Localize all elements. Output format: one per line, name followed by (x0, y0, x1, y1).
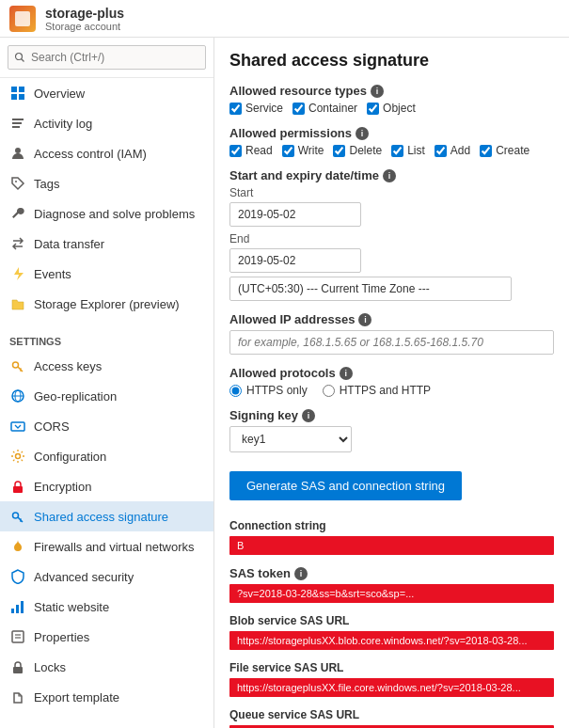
ip-section: Allowed IP addresses i (229, 312, 554, 355)
sidebar-item-cors-label: CORS (34, 419, 70, 434)
sidebar-item-static-website[interactable]: Static website (0, 592, 213, 622)
perm-read-checkbox[interactable] (229, 145, 242, 157)
resource-type-object-checkbox[interactable] (367, 103, 379, 115)
sidebar-item-shared-access-label: Shared access signature (34, 510, 168, 524)
sidebar-item-iam[interactable]: Access control (IAM) (0, 138, 213, 168)
sidebar-item-diagnose[interactable]: Diagnose and solve problems (0, 198, 213, 229)
sidebar-item-advanced-security[interactable]: Advanced security (0, 562, 213, 592)
svg-rect-17 (11, 609, 14, 613)
sidebar-item-export-template[interactable]: Export template (0, 682, 213, 712)
perm-write[interactable]: Write (282, 144, 324, 157)
protocols-info-icon[interactable]: i (340, 367, 353, 380)
blob-sas-url-value[interactable]: https://storageplusXX.blob.core.windows.… (229, 631, 554, 650)
perm-list-checkbox[interactable] (391, 145, 403, 157)
resource-types-info-icon[interactable]: i (371, 85, 384, 98)
perm-list-label: List (407, 144, 425, 157)
svg-rect-1 (19, 87, 24, 92)
sidebar-item-overview[interactable]: Overview (0, 78, 213, 108)
end-date-input[interactable] (229, 248, 361, 273)
queue-sas-url-label: Queue service SAS URL (229, 708, 554, 721)
sidebar-item-configuration-label: Configuration (34, 450, 106, 464)
ip-info-icon[interactable]: i (358, 313, 371, 326)
shield-icon (9, 568, 26, 585)
search-input[interactable] (8, 45, 206, 70)
blob-section-label: Blob service (0, 720, 213, 728)
signing-key-section: Signing key i key1 key2 (229, 408, 554, 452)
signing-key-select[interactable]: key1 key2 (229, 426, 352, 452)
resource-type-container-checkbox[interactable] (292, 103, 305, 115)
sidebar-item-locks[interactable]: Locks (0, 652, 213, 682)
svg-rect-13 (11, 422, 24, 431)
wrench-icon (9, 205, 26, 222)
svg-point-14 (16, 454, 21, 459)
protocol-https-http-label: HTTPS and HTTP (340, 384, 431, 397)
file-sas-url-value[interactable]: https://storageplusXX.file.core.windows.… (229, 678, 554, 697)
connection-string-value[interactable]: B (229, 536, 554, 555)
svg-point-9 (13, 362, 19, 368)
page-title: Shared access signature (229, 51, 554, 71)
person-icon (9, 145, 26, 162)
sidebar-item-geo-replication[interactable]: Geo-replication (0, 381, 213, 411)
svg-rect-5 (12, 122, 22, 124)
perm-delete-checkbox[interactable] (333, 145, 345, 157)
properties-icon (9, 628, 26, 645)
end-sublabel: End (229, 232, 554, 245)
timezone-input[interactable] (229, 277, 512, 301)
perm-add[interactable]: Add (435, 144, 470, 157)
app-subtitle: Storage account (45, 21, 124, 32)
perm-write-checkbox[interactable] (282, 145, 294, 157)
sidebar-item-data-transfer[interactable]: Data transfer (0, 229, 213, 259)
sidebar-item-advanced-security-label: Advanced security (34, 570, 134, 584)
resource-type-service-label: Service (245, 102, 283, 115)
perm-list[interactable]: List (391, 144, 425, 157)
sidebar-item-properties[interactable]: Properties (0, 622, 213, 652)
sidebar-item-static-website-label: Static website (34, 600, 109, 614)
sidebar: Overview Activity log Access control (IA… (0, 38, 214, 728)
datetime-label: Start and expiry date/time i (229, 168, 554, 182)
svg-point-16 (13, 513, 19, 518)
signing-key-info-icon[interactable]: i (302, 409, 315, 422)
ip-input[interactable] (229, 330, 554, 355)
connection-string-wrapper: B (229, 536, 554, 555)
protocol-https-http-radio[interactable] (323, 385, 335, 397)
generate-sas-button[interactable]: Generate SAS and connection string (229, 471, 462, 500)
sidebar-item-events-label: Events (34, 267, 71, 281)
sas-token-value[interactable]: ?sv=2018-03-28&ss=b&srt=sco&sp=... (229, 584, 554, 603)
connection-string-section: Connection string B (229, 519, 554, 555)
search-box[interactable] (0, 38, 213, 78)
protocol-https-only-radio[interactable] (229, 385, 242, 397)
permissions-info-icon[interactable]: i (356, 127, 369, 140)
sidebar-item-storage-explorer[interactable]: Storage Explorer (preview) (0, 289, 213, 319)
sidebar-item-export-template-label: Export template (34, 690, 119, 704)
sidebar-item-activity-log[interactable]: Activity log (0, 108, 213, 138)
perm-write-label: Write (298, 144, 324, 157)
protocol-https-http[interactable]: HTTPS and HTTP (323, 384, 431, 397)
resource-type-service[interactable]: Service (229, 102, 283, 115)
queue-sas-url-section: Queue service SAS URL https://storageplu… (229, 708, 554, 728)
cors-icon (9, 418, 26, 435)
resource-type-object[interactable]: Object (367, 102, 416, 115)
datetime-info-icon[interactable]: i (383, 169, 396, 182)
protocol-https-only[interactable]: HTTPS only (229, 384, 308, 397)
sidebar-item-firewalls[interactable]: Firewalls and virtual networks (0, 531, 213, 562)
sidebar-item-events[interactable]: Events (0, 259, 213, 289)
resource-type-service-checkbox[interactable] (229, 103, 242, 115)
sidebar-item-shared-access[interactable]: Shared access signature (0, 501, 213, 531)
sidebar-item-encryption[interactable]: Encryption (0, 471, 213, 501)
content-area: Shared access signature Allowed resource… (214, 38, 569, 728)
resource-type-container[interactable]: Container (292, 102, 357, 115)
sas-token-info-icon[interactable]: i (294, 567, 308, 580)
perm-add-checkbox[interactable] (435, 145, 447, 157)
sidebar-item-tags[interactable]: Tags (0, 168, 213, 198)
perm-delete[interactable]: Delete (333, 144, 382, 157)
sidebar-item-access-keys[interactable]: Access keys (0, 351, 213, 381)
start-date-input[interactable] (229, 202, 361, 227)
export-icon (9, 688, 26, 705)
perm-create[interactable]: Create (480, 144, 529, 157)
sidebar-item-configuration[interactable]: Configuration (0, 441, 213, 471)
resource-types-checkboxes: Service Container Object (229, 102, 554, 115)
fire-icon (9, 538, 26, 555)
sidebar-item-cors[interactable]: CORS (0, 411, 213, 441)
perm-create-checkbox[interactable] (480, 145, 492, 157)
perm-read[interactable]: Read (229, 144, 273, 157)
